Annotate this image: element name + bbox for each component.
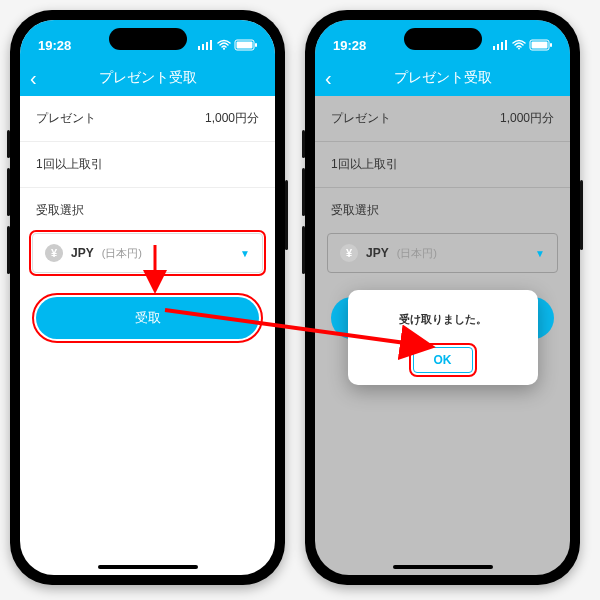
chevron-down-icon: ▼	[535, 248, 545, 259]
wifi-icon	[512, 40, 526, 50]
svg-rect-9	[493, 46, 495, 50]
svg-rect-2	[206, 42, 208, 50]
svg-rect-7	[255, 43, 257, 47]
wifi-icon	[217, 40, 231, 50]
present-value: 1,000円分	[500, 110, 554, 127]
currency-name: (日本円)	[102, 246, 142, 261]
currency-name: (日本円)	[397, 246, 437, 261]
battery-icon	[530, 40, 552, 51]
back-icon[interactable]: ‹	[325, 67, 332, 90]
present-value: 1,000円分	[205, 110, 259, 127]
home-indicator[interactable]	[393, 565, 493, 569]
present-label: プレゼント	[36, 110, 96, 127]
svg-rect-10	[497, 44, 499, 50]
nav-header: ‹ プレゼント受取	[20, 60, 275, 96]
svg-line-17	[165, 310, 420, 345]
condition-row: 1回以上取引	[315, 142, 570, 188]
dynamic-island	[404, 28, 482, 50]
svg-rect-12	[505, 40, 507, 50]
currency-code: JPY	[71, 246, 94, 260]
home-indicator[interactable]	[98, 565, 198, 569]
currency-dropdown[interactable]: ¥ JPY (日本円) ▼	[327, 233, 558, 273]
back-icon[interactable]: ‹	[30, 67, 37, 90]
page-title: プレゼント受取	[99, 69, 197, 87]
status-icons	[493, 40, 552, 51]
svg-rect-16	[550, 43, 552, 47]
signal-icon	[198, 40, 213, 50]
status-time: 19:28	[333, 38, 366, 53]
present-row: プレゼント 1,000円分	[20, 96, 275, 142]
battery-icon	[235, 40, 257, 51]
status-icons	[198, 40, 257, 51]
condition-text: 1回以上取引	[36, 156, 103, 173]
svg-rect-3	[210, 40, 212, 50]
svg-rect-15	[532, 41, 548, 48]
svg-rect-11	[501, 42, 503, 50]
nav-header: ‹ プレゼント受取	[315, 60, 570, 96]
svg-rect-6	[237, 41, 253, 48]
select-label: 受取選択	[20, 188, 275, 227]
select-label: 受取選択	[315, 188, 570, 227]
present-row: プレゼント 1,000円分	[315, 96, 570, 142]
chevron-down-icon: ▼	[240, 248, 250, 259]
page-title: プレゼント受取	[394, 69, 492, 87]
yen-icon: ¥	[340, 244, 358, 262]
status-time: 19:28	[38, 38, 71, 53]
condition-text: 1回以上取引	[331, 156, 398, 173]
present-label: プレゼント	[331, 110, 391, 127]
dynamic-island	[109, 28, 187, 50]
currency-code: JPY	[366, 246, 389, 260]
svg-rect-1	[202, 44, 204, 50]
svg-point-4	[223, 48, 225, 50]
condition-row: 1回以上取引	[20, 142, 275, 188]
yen-icon: ¥	[45, 244, 63, 262]
svg-point-13	[518, 48, 520, 50]
signal-icon	[493, 40, 508, 50]
svg-rect-0	[198, 46, 200, 50]
annotation-arrow-across	[160, 290, 450, 370]
